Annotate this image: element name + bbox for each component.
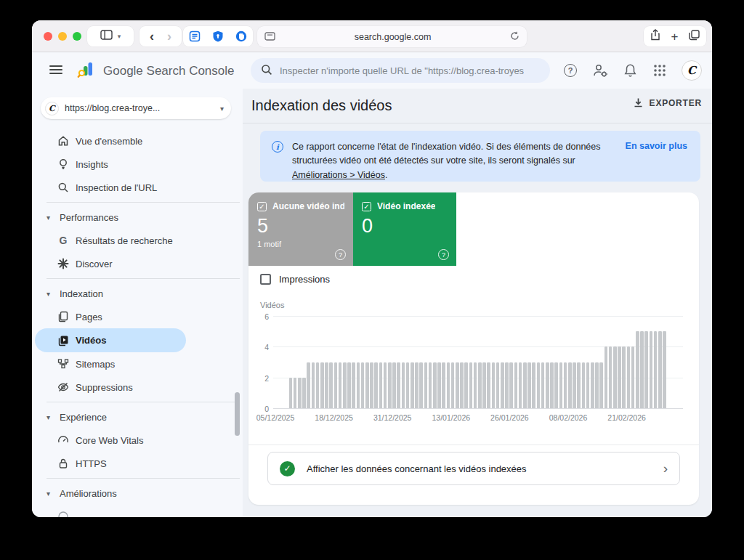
sidebar-item-partial[interactable] [32, 505, 243, 517]
notes-extension-icon[interactable] [187, 29, 202, 44]
password-manager-extension-icon[interactable] [211, 29, 225, 44]
chevron-right-icon: › [663, 460, 668, 476]
sidebar-toggle-button[interactable]: ▾ [87, 26, 134, 46]
card-indexed[interactable]: ✓ Vidéo indexée 0 ? [353, 192, 456, 266]
help-button[interactable]: ? [562, 62, 578, 78]
page-settings-icon[interactable] [264, 31, 275, 44]
chart-bar [523, 362, 527, 409]
chart-bar [370, 362, 373, 409]
sidebar-item-videos[interactable]: Vidéos [35, 328, 186, 352]
chart-bar [599, 362, 603, 409]
chart-bar [415, 362, 418, 409]
view-indexed-data-row[interactable]: ✓ Afficher les données concernant les vi… [267, 452, 680, 485]
apps-grid-icon[interactable] [652, 62, 668, 78]
home-icon [57, 134, 70, 147]
chart-bar [595, 362, 599, 409]
chart-bar [519, 362, 522, 409]
chart-bar [505, 362, 509, 409]
lock-icon [57, 457, 70, 470]
impressions-label: Impressions [279, 274, 330, 285]
user-settings-button[interactable] [592, 62, 608, 78]
pages-icon [57, 310, 70, 323]
title-row: Indexation des vidéos EXPORTER [243, 89, 712, 123]
chart-bar [514, 362, 518, 409]
speedometer-icon [57, 434, 70, 447]
reload-icon[interactable] [510, 31, 519, 44]
learn-more-link[interactable]: En savoir plus [626, 141, 687, 151]
back-button[interactable]: ‹ [150, 30, 154, 43]
banner-text: Ce rapport concerne l'état de l'indexati… [292, 140, 606, 182]
y-tick-label: 4 [256, 343, 269, 352]
sidebar-item-label: Insights [76, 159, 108, 170]
chart-bar [582, 362, 586, 409]
chart-bar [433, 362, 437, 409]
chart-bar [640, 331, 644, 408]
close-button[interactable] [44, 32, 52, 41]
gsc-brand[interactable]: Google Search Console [77, 61, 235, 81]
y-tick-label: 2 [256, 374, 269, 383]
check-circle-icon: ✓ [280, 461, 295, 476]
checked-checkbox-icon[interactable]: ✓ [362, 202, 371, 211]
chart-bar [419, 362, 423, 409]
impressions-toggle[interactable]: Impressions [260, 274, 330, 285]
zoom-button[interactable] [73, 32, 81, 41]
sidebar-item-url-inspection[interactable]: Inspection de l'URL [32, 176, 243, 199]
unchecked-checkbox-icon[interactable] [260, 274, 271, 285]
blocker-extension-icon[interactable] [234, 29, 248, 44]
chart-bar [402, 362, 405, 409]
forward-button[interactable]: › [167, 30, 171, 43]
share-icon[interactable] [650, 29, 660, 44]
checked-checkbox-icon[interactable]: ✓ [257, 202, 267, 211]
sidebar-item-https[interactable]: HTTPS [32, 452, 243, 475]
chart-bar [550, 362, 554, 409]
tab-overview-icon[interactable] [689, 30, 700, 44]
chart-bar [474, 362, 477, 409]
sidebar-section-label: Performances [60, 212, 118, 223]
sidebar-item-insights[interactable]: Insights [32, 153, 243, 176]
chart-bar [302, 378, 306, 408]
x-tick-label: 31/12/2025 [373, 413, 412, 422]
extensions-group [183, 26, 253, 46]
sidebar-item-label: Sitemaps [76, 359, 115, 370]
sidebar-section-ameliorations[interactable]: ▾ Améliorations [32, 482, 243, 505]
sidebar-section-performances[interactable]: ▾ Performances [32, 206, 243, 229]
new-tab-icon[interactable]: + [671, 31, 679, 43]
help-icon[interactable]: ? [438, 249, 449, 260]
sidebar-item-discover[interactable]: Discover [32, 252, 243, 275]
chart-bar [469, 362, 473, 409]
chart-bar [392, 362, 396, 409]
divider [46, 402, 240, 402]
account-avatar[interactable]: C [682, 60, 702, 81]
sidebar-section-experience[interactable]: ▾ Expérience [32, 405, 243, 429]
notifications-bell-icon[interactable] [622, 62, 638, 78]
sidebar-item-overview[interactable]: Vue d'ensemble [32, 129, 243, 153]
property-selector[interactable]: C https://blog.crea-troye... ▾ [41, 97, 231, 119]
chart-bar [487, 362, 490, 409]
address-bar[interactable]: search.google.com [257, 26, 527, 47]
help-icon[interactable]: ? [335, 249, 346, 260]
gsc-header: Google Search Console Inspecter n'import… [32, 52, 712, 89]
sidebar-item-core-web-vitals[interactable]: Core Web Vitals [32, 429, 243, 452]
export-button[interactable]: EXPORTER [633, 97, 702, 108]
chart-bar [527, 362, 531, 409]
chart-bar [609, 346, 612, 408]
url-inspection-search[interactable]: Inspecter n'importe quelle URL de "https… [251, 58, 550, 83]
chart-bar [613, 346, 617, 408]
sidebar-item-suppressions[interactable]: Suppressions [32, 376, 243, 399]
sidebar-item-search-results[interactable]: G Résultats de recherche [32, 229, 243, 252]
divider [46, 278, 240, 279]
info-icon: i [272, 141, 283, 153]
chart-bar [289, 378, 293, 408]
banner-inline-link[interactable]: Améliorations > Vidéos [292, 170, 385, 180]
sidebar-item-sitemaps[interactable]: Sitemaps [32, 352, 243, 376]
menu-button[interactable] [49, 65, 62, 76]
toolbar-right-group: + [644, 26, 706, 46]
page-title: Indexation des vidéos [251, 97, 392, 114]
sidebar-item-pages[interactable]: Pages [32, 305, 243, 328]
sidebar-section-indexation[interactable]: ▾ Indexation [32, 282, 243, 305]
sidebar-scrollbar[interactable] [235, 392, 240, 436]
minimize-button[interactable] [58, 32, 67, 41]
sidebar-item-label: Vidéos [76, 335, 106, 346]
card-not-indexed[interactable]: ✓ Aucune vidéo ind... 5 1 motif ? [248, 192, 353, 266]
download-icon [633, 97, 644, 108]
